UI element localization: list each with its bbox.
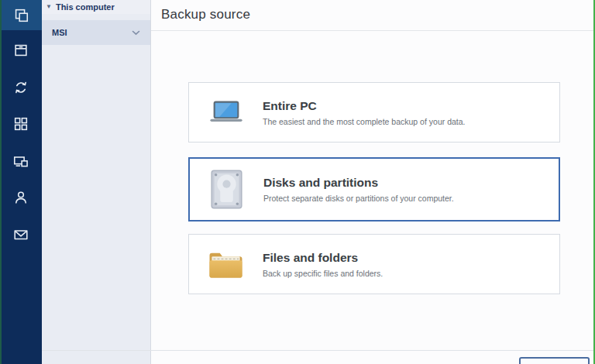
option-title: Entire PC	[263, 99, 552, 113]
window-edge-left	[0, 0, 2, 364]
acronis-backup-window: ▼ This computer MSI Backup source Entire	[0, 0, 595, 364]
option-title: Disks and partitions	[263, 176, 551, 190]
option-description: The easiest and the most complete backup…	[263, 117, 552, 126]
main-content: Backup source Entire PC The easiest and …	[151, 0, 595, 364]
collapse-triangle-icon: ▼	[46, 4, 52, 10]
option-files-and-folders[interactable]: Files and folders Back up specific files…	[188, 234, 560, 294]
archive-box-icon	[12, 42, 29, 59]
overlapping-squares-icon	[12, 7, 29, 24]
sidebar-item-help[interactable]	[10, 359, 32, 364]
option-description: Protect separate disks or partitions of …	[263, 194, 551, 203]
chevron-down-icon	[132, 30, 140, 36]
sidebar-item-devices[interactable]	[0, 143, 42, 179]
option-disks-and-partitions[interactable]: Disks and partitions Protect separate di…	[188, 157, 560, 221]
folder-icon	[189, 249, 263, 280]
footer-button[interactable]	[519, 357, 590, 364]
machine-panel: ▼ This computer MSI	[42, 0, 151, 364]
grid-icon	[12, 115, 29, 132]
option-description: Back up specific files and folders.	[263, 269, 552, 278]
sidebar	[0, 0, 42, 364]
devices-icon	[12, 153, 29, 170]
page-title: Backup source	[161, 7, 250, 22]
hard-disk-icon	[190, 170, 263, 209]
machine-name: MSI	[52, 28, 67, 37]
sidebar-item-sync[interactable]	[0, 69, 42, 105]
sidebar-item-backup[interactable]	[0, 0, 42, 30]
footer-divider	[42, 350, 595, 351]
machine-selector[interactable]: MSI	[42, 20, 150, 45]
sidebar-item-archive[interactable]	[0, 32, 42, 68]
person-icon	[12, 189, 29, 206]
computer-group-label: This computer	[56, 2, 115, 12]
sidebar-item-dashboard[interactable]	[0, 105, 42, 142]
envelope-icon	[12, 226, 29, 243]
title-divider	[151, 30, 595, 31]
sidebar-item-account[interactable]	[0, 179, 42, 215]
sidebar-item-mail[interactable]	[0, 216, 42, 252]
computer-group-header[interactable]: ▼ This computer	[42, 0, 150, 14]
option-title: Files and folders	[263, 251, 552, 265]
option-entire-pc[interactable]: Entire PC The easiest and the most compl…	[188, 82, 560, 143]
sync-arrows-icon	[12, 79, 29, 96]
laptop-icon	[189, 101, 263, 125]
